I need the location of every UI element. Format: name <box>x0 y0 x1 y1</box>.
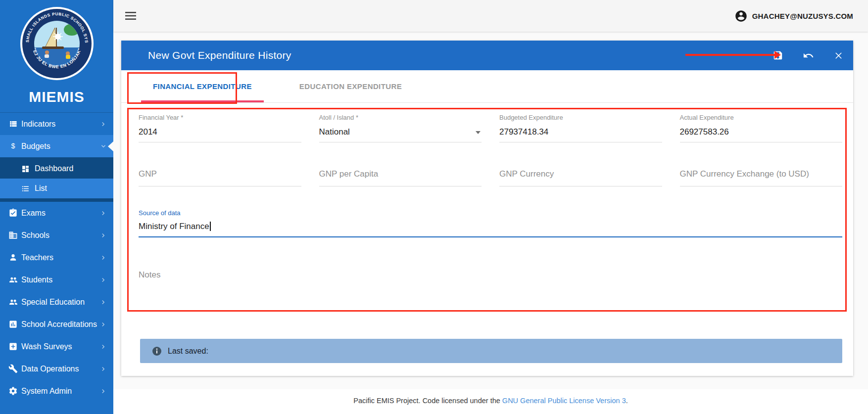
sidebar-item-label: School Accreditations <box>21 320 97 329</box>
field-underline <box>139 186 301 186</box>
field-source-of-data: Source of data Ministry of Finance <box>139 209 842 237</box>
chevron-right-icon <box>99 120 107 128</box>
app-name: MIEMIS <box>0 89 113 105</box>
undo-icon <box>803 50 814 61</box>
user-account-menu[interactable]: GHACHEY@NUZUSYS.COM <box>734 9 853 23</box>
sidebar-item-teachers[interactable]: Teachers <box>0 246 113 269</box>
clipboard-check-icon <box>8 208 21 218</box>
field-actual-expenditure: Actual Expenditure 26927583.26 <box>680 114 843 142</box>
dropdown-arrow-icon[interactable] <box>476 131 481 134</box>
field-budgeted-expenditure: Budgeted Expenditure 27937418.34 <box>499 114 662 142</box>
sidebar-item-budgets[interactable]: $ Budgets <box>0 135 113 157</box>
gnp-input[interactable]: GNP <box>139 169 301 180</box>
chevron-right-icon <box>99 254 107 262</box>
list-icon <box>21 184 35 193</box>
field-underline <box>680 142 843 142</box>
field-underline <box>139 311 842 311</box>
last-saved-label: Last saved: <box>168 347 208 356</box>
field-underline <box>680 186 843 186</box>
field-underline <box>139 142 301 142</box>
atoll-island-select[interactable]: National <box>319 127 482 138</box>
actual-expenditure-input[interactable]: 26927583.26 <box>680 127 843 138</box>
hamburger-menu-button[interactable] <box>123 10 138 22</box>
sidebar-subitem-label: Dashboard <box>35 164 73 173</box>
sidebar-item-label: Data Operations <box>21 365 79 373</box>
gnp-currency-input[interactable]: GNP Currency <box>499 169 662 180</box>
close-button[interactable] <box>831 48 845 62</box>
poll-icon <box>8 320 21 329</box>
content-area: New Govt Expenditure History FINANCIAL E… <box>113 32 868 389</box>
sidebar-item-label: Wash Surveys <box>21 342 72 351</box>
field-underline <box>319 186 482 186</box>
field-gnp-currency: GNP Currency <box>499 169 662 186</box>
field-label: Financial Year * <box>139 114 301 121</box>
gnp-per-capita-input[interactable]: GNP per Capita <box>319 169 482 180</box>
text-cursor <box>210 222 211 231</box>
sidebar-item-data-operations[interactable]: Data Operations <box>0 358 113 380</box>
save-icon <box>772 50 783 61</box>
sidebar-nav: Indicators $ Budgets Dashboard List Exam… <box>0 112 113 414</box>
source-of-data-input[interactable]: Ministry of Finance <box>139 222 842 232</box>
sidebar-item-schools[interactable]: Schools <box>0 224 113 246</box>
main-area: GHACHEY@NUZUSYS.COM New Govt Expenditure… <box>113 0 868 414</box>
gnp-currency-exchange-input[interactable]: GNP Currency Exchange (to USD) <box>680 169 843 180</box>
person-icon <box>8 253 21 262</box>
last-saved-banner: Last saved: <box>140 339 842 363</box>
field-label: Actual Expenditure <box>680 114 843 121</box>
sidebar-item-school-accreditations[interactable]: School Accreditations <box>0 313 113 335</box>
footer: Pacific EMIS Project. Code licensed unde… <box>113 389 868 414</box>
chevron-down-icon <box>99 142 107 150</box>
field-gnp: GNP <box>139 169 301 186</box>
field-gnp-currency-exchange: GNP Currency Exchange (to USD) <box>680 169 843 186</box>
sidebar-item-students[interactable]: Students <box>0 269 113 291</box>
people-icon <box>8 275 21 285</box>
chevron-right-icon <box>99 231 107 239</box>
sidebar-item-exams[interactable]: Exams <box>0 202 113 224</box>
sidebar-subitem-list[interactable]: List <box>0 179 113 198</box>
building-icon <box>8 230 21 240</box>
tab-education-expenditure[interactable]: EDUCATION EXPENDITURE <box>288 70 414 102</box>
school-system-seal-logo: MARSHALL ISLANDS PUBLIC SCHOOL SYSTEM "E… <box>20 6 94 81</box>
sidebar-item-wash-surveys[interactable]: Wash Surveys <box>0 335 113 358</box>
sidebar-subitem-dashboard[interactable]: Dashboard <box>0 159 113 179</box>
brand-logo: MARSHALL ISLANDS PUBLIC SCHOOL SYSTEM "E… <box>0 0 113 112</box>
gnu-license-link[interactable]: GNU General Public License Version 3 <box>502 397 626 405</box>
dashboard-icon <box>21 165 35 173</box>
add-box-icon <box>8 342 21 351</box>
sidebar-item-indicators[interactable]: Indicators <box>0 113 113 135</box>
sidebar-item-label: Special Education <box>21 298 85 307</box>
chevron-right-icon <box>99 365 107 373</box>
save-button[interactable] <box>771 48 785 62</box>
dollar-icon: $ <box>8 141 21 151</box>
budgets-submenu: Dashboard List <box>0 157 113 202</box>
sidebar-item-system-admin[interactable]: System Admin <box>0 380 113 402</box>
budgeted-expenditure-input[interactable]: 27937418.34 <box>499 127 662 138</box>
account-circle-icon <box>734 9 748 23</box>
chevron-right-icon <box>99 387 107 395</box>
field-financial-year: Financial Year * 2014 <box>139 114 301 142</box>
sidebar-subitem-label: List <box>35 184 47 193</box>
user-email: GHACHEY@NUZUSYS.COM <box>752 12 853 20</box>
chevron-right-icon <box>99 298 107 306</box>
sidebar-item-label: System Admin <box>21 387 72 396</box>
field-atoll-island: Atoll / Island * National <box>319 114 482 142</box>
chevron-right-icon <box>99 276 107 284</box>
undo-button[interactable] <box>801 48 815 62</box>
tab-bar: FINANCIAL EXPENDITURE EDUCATION EXPENDIT… <box>121 70 853 103</box>
wrench-icon <box>8 364 21 373</box>
field-underline <box>319 142 482 142</box>
sidebar: MARSHALL ISLANDS PUBLIC SCHOOL SYSTEM "E… <box>0 0 113 414</box>
topbar: GHACHEY@NUZUSYS.COM <box>113 0 868 32</box>
focused-field-underline <box>139 236 842 237</box>
financial-year-input[interactable]: 2014 <box>139 127 301 138</box>
field-label: Source of data <box>139 209 842 217</box>
tab-financial-expenditure[interactable]: FINANCIAL EXPENDITURE <box>141 70 264 102</box>
sidebar-item-special-education[interactable]: Special Education <box>0 291 113 313</box>
notes-input[interactable]: Notes <box>139 270 842 280</box>
footer-period: . <box>626 397 628 405</box>
info-icon <box>152 346 162 356</box>
expenditure-card: New Govt Expenditure History FINANCIAL E… <box>121 41 853 376</box>
field-underline <box>499 186 662 186</box>
active-item-marker <box>108 141 113 151</box>
close-icon <box>833 50 844 61</box>
